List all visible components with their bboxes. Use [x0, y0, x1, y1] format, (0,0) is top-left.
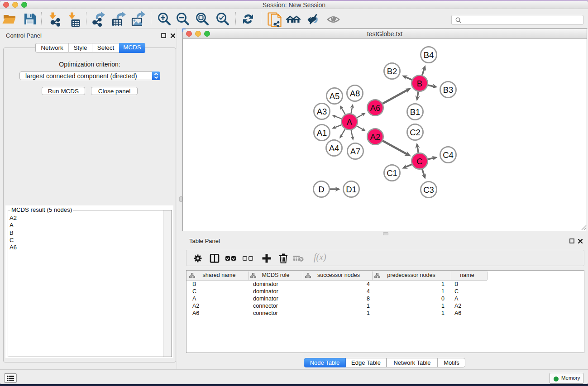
svg-text:D1: D1	[346, 185, 357, 194]
svg-text:C2: C2	[410, 128, 421, 137]
svg-text:A5: A5	[330, 91, 340, 101]
svg-text:A2: A2	[370, 132, 381, 142]
svg-text:A4: A4	[329, 143, 339, 153]
svg-text:C1: C1	[387, 168, 397, 178]
svg-text:A7: A7	[350, 147, 361, 156]
svg-text:A1: A1	[317, 128, 327, 138]
svg-text:A3: A3	[317, 107, 327, 116]
svg-text:B4: B4	[424, 50, 434, 60]
svg-text:C3: C3	[423, 185, 434, 195]
svg-text:D: D	[318, 185, 324, 194]
svg-text:A6: A6	[370, 103, 381, 113]
svg-text:A8: A8	[350, 89, 360, 98]
svg-text:B3: B3	[443, 85, 454, 95]
svg-text:C4: C4	[443, 150, 454, 160]
svg-text:A: A	[347, 117, 353, 127]
svg-text:B: B	[417, 79, 422, 88]
svg-text:C: C	[416, 157, 422, 166]
svg-text:B2: B2	[387, 67, 397, 76]
svg-text:B1: B1	[410, 107, 421, 117]
